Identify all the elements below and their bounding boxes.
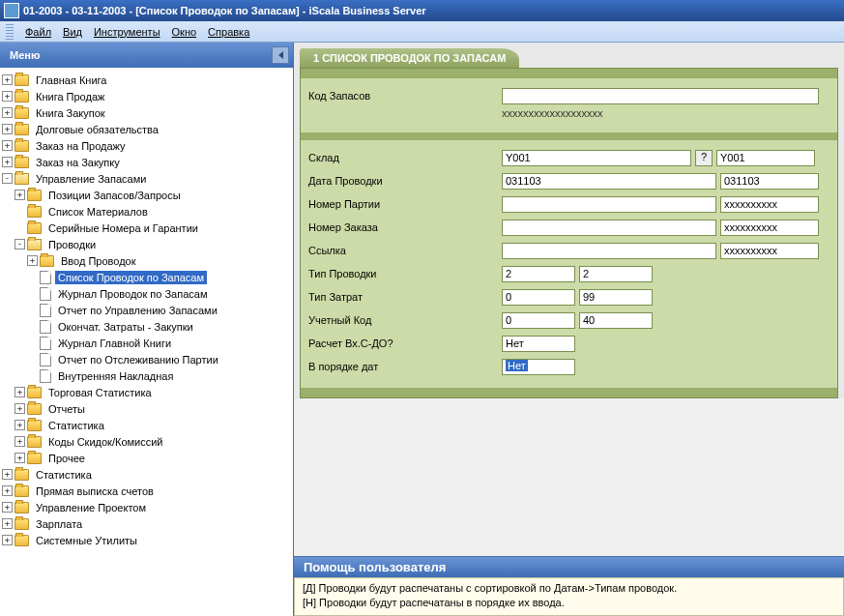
label-stock-code: Код Запасов [308,90,502,102]
tree-item[interactable]: Отчет по Отслеживанию Партии [2,351,291,367]
folder-icon [15,140,29,152]
tree-item[interactable]: +Долговые обязательства [2,121,291,137]
tree-item[interactable]: Список Материалов [2,203,291,220]
menu-item[interactable]: Файл [19,24,57,40]
tree-item-label: Долговые обязательства [33,123,161,136]
input-order-from[interactable] [502,220,716,236]
input-cost-type-from[interactable] [502,289,575,306]
menu-item[interactable]: Инструменты [88,24,166,40]
tree-expander[interactable]: + [2,502,13,513]
tree-item-label: Список Проводок по Запасам [55,271,207,284]
tree-expander[interactable]: + [15,420,25,430]
tree-item[interactable]: +Управление Проектом [2,499,291,515]
input-ref-to[interactable] [720,243,819,259]
input-order-to[interactable] [720,220,819,236]
tree-expander[interactable]: + [2,469,13,480]
tree-expander[interactable]: + [27,255,38,266]
tree-item[interactable]: +Прочее [2,450,291,466]
tree-item-label: Отчеты [45,402,88,416]
folder-icon [27,190,42,201]
input-cost-type-to[interactable] [579,289,653,306]
warehouse-lookup-button[interactable]: ? [695,150,713,166]
tree-item[interactable]: +Зарплата [2,515,291,532]
input-order-by[interactable]: Нет [502,359,575,375]
label-acct-code: Учетный Код [308,314,502,326]
document-icon [40,271,51,284]
tree-item[interactable]: +Коды Скидок/Комиссий [2,433,291,450]
tree-item[interactable]: +Заказ на Продажу [2,137,291,154]
folder-icon [15,469,29,481]
tree-expander[interactable]: + [15,190,25,200]
input-acct-code-to[interactable] [579,312,653,329]
tree-expander[interactable]: + [15,387,25,397]
tree-item-label: Статистика [33,468,95,482]
input-stock-code[interactable] [502,88,819,104]
tree-item[interactable]: +Прямая выписка счетов [2,483,291,499]
tree-expander[interactable]: - [2,173,13,184]
tree-item[interactable]: +Отчеты [2,400,291,417]
tree-expander[interactable]: - [15,239,25,249]
tree-item[interactable]: +Статистика [2,417,291,433]
tab-stock-transactions[interactable]: 1 СПИСОК ПРОВОДОК ПО ЗАПАСАМ [300,48,519,68]
tree-item-label: Журнал Главной Книги [55,337,174,350]
tree-item[interactable]: Список Проводок по Запасам [2,269,291,285]
folder-icon [27,403,42,415]
tree-item[interactable]: +Главная Книга [2,72,291,88]
tree-item[interactable]: -Проводки [2,236,291,252]
tree-item[interactable]: +Статистика [2,466,291,483]
sidebar-title: Меню [10,49,40,61]
input-tr-type-from[interactable] [502,266,575,282]
tree-expander[interactable]: + [2,140,13,151]
input-batch-to[interactable] [720,196,819,213]
folder-icon [27,387,42,398]
tree-item-label: Управление Запасами [33,172,149,186]
tree-expander[interactable]: + [15,453,25,463]
input-date-to[interactable] [720,173,819,190]
tree-item[interactable]: Внутренняя Накладная [2,367,291,384]
input-warehouse-to[interactable] [716,150,815,166]
tree-expander[interactable]: + [2,91,13,102]
tree-expander[interactable]: + [2,124,13,134]
tree-item[interactable]: +Торговая Статистика [2,384,291,400]
tree-expander[interactable]: + [2,535,13,545]
tree-item[interactable]: +Системные Утилиты [2,532,291,548]
folder-icon [27,222,42,234]
tree-item[interactable]: Журнал Проводок по Запасам [2,285,291,302]
menu-item[interactable]: Окно [166,24,203,40]
tree-expander[interactable]: + [2,485,13,496]
help-line-1: [Д] Проводки будут распечатаны с сортиро… [303,582,835,594]
tree-item[interactable]: +Заказ на Закупку [2,154,291,170]
tree-item[interactable]: Журнал Главной Книги [2,335,291,351]
input-ref-from[interactable] [502,243,716,259]
tree-item[interactable]: +Ввод Проводок [2,252,291,269]
input-warehouse-from[interactable] [502,150,691,166]
sidebar-header: Меню [0,43,293,68]
tree-expander[interactable]: + [15,436,25,447]
tree-item[interactable]: +Книга Продаж [2,88,291,104]
folder-icon [15,91,29,103]
tree-expander[interactable]: + [15,403,25,414]
input-tr-type-to[interactable] [579,266,653,282]
tree-expander[interactable]: + [2,518,13,529]
tree-item[interactable]: -Управление Запасами [2,170,291,187]
input-date-from[interactable] [502,173,716,190]
stock-code-mask: xxxxxxxxxxxxxxxxxxx [308,107,829,119]
tree-expander[interactable]: + [2,107,13,118]
sidebar-collapse-button[interactable] [272,46,289,64]
menu-item[interactable]: Вид [57,24,88,40]
tree-item[interactable]: +Позиции Запасов/Запросы [2,187,291,203]
tree-item[interactable]: Серийные Номера и Гарантии [2,220,291,236]
document-icon [40,287,51,301]
input-calc[interactable] [502,336,575,352]
folder-icon [15,157,29,168]
tree-item[interactable]: Отчет по Управлению Запасами [2,302,291,318]
tree-item[interactable]: Окончат. Затраты - Закупки [2,318,291,335]
menu-item[interactable]: Справка [202,24,255,40]
input-batch-from[interactable] [502,196,716,213]
input-acct-code-from[interactable] [502,312,575,329]
tree-item-label: Управление Проектом [33,501,149,514]
tree-item[interactable]: +Книга Закупок [2,104,291,121]
tree-expander[interactable]: + [2,157,13,167]
tree-expander[interactable]: + [2,74,13,85]
folder-open-icon [27,239,42,250]
